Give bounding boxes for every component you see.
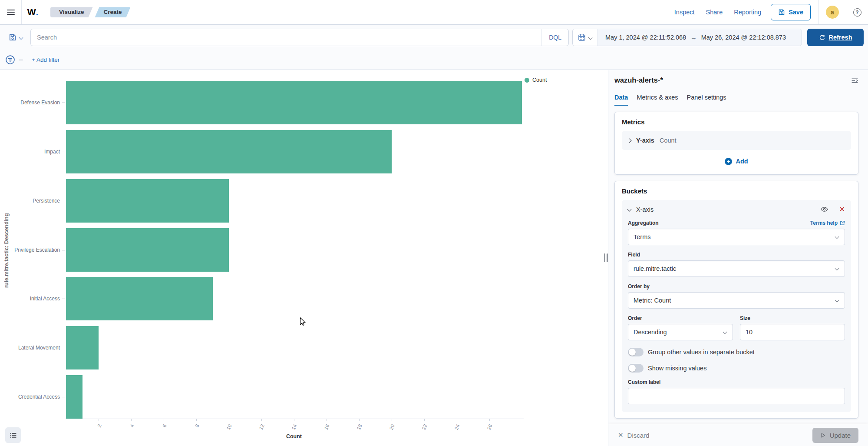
menu-button[interactable]	[0, 0, 22, 24]
y-axis-tick	[62, 152, 65, 152]
saved-query-icon	[9, 33, 17, 41]
legend-toggle-button[interactable]	[5, 427, 21, 443]
chevron-down-icon	[588, 35, 593, 40]
breadcrumb-visualize[interactable]: Visualize	[50, 7, 93, 17]
update-button[interactable]: Update	[812, 428, 858, 443]
x-axis-tick	[164, 419, 164, 421]
custom-label-input[interactable]	[634, 393, 839, 399]
avatar: a	[826, 6, 839, 19]
save-icon	[778, 9, 785, 16]
size-input[interactable]	[746, 329, 839, 336]
hamburger-icon	[7, 8, 15, 16]
legend-swatch	[525, 78, 529, 83]
add-metric-button[interactable]: + Add	[622, 154, 851, 168]
date-picker-group: May 1, 2024 @ 22:11:52.068 → May 26, 202…	[572, 29, 802, 46]
user-menu[interactable]: a	[818, 0, 846, 24]
date-start[interactable]: May 1, 2024 @ 22:11:52.068	[605, 34, 686, 41]
header-actions: Inspect Share Reporting	[674, 9, 761, 16]
terms-help-link[interactable]: Terms help	[810, 220, 845, 226]
date-end[interactable]: May 26, 2024 @ 22:12:08.873	[701, 34, 786, 41]
refresh-button-label: Refresh	[829, 34, 852, 41]
y-axis-tick	[62, 201, 65, 201]
buckets-heading: Buckets	[622, 187, 851, 195]
search-input[interactable]	[31, 29, 541, 46]
group-other-toggle[interactable]	[628, 348, 644, 356]
chevron-down-icon	[835, 298, 839, 303]
index-pattern-title: wazuh-alerts-*	[614, 76, 663, 84]
y-category-label: Impact	[0, 149, 60, 155]
share-link[interactable]: Share	[706, 9, 723, 16]
legend-label: Count	[532, 77, 547, 83]
tab-panel-settings[interactable]: Panel settings	[687, 94, 726, 106]
date-picker-button[interactable]	[573, 29, 597, 46]
x-axis-tick	[327, 419, 327, 421]
calendar-icon	[578, 33, 586, 41]
custom-label-label: Custom label	[628, 379, 660, 385]
reporting-link[interactable]: Reporting	[734, 9, 761, 16]
logo-text: W	[27, 7, 36, 17]
filter-bar: + Add filter	[0, 50, 868, 70]
show-missing-toggle-row: Show missing values	[628, 364, 845, 373]
dql-button[interactable]: DQL	[541, 29, 568, 46]
metric-axis-label: Y-axis	[636, 137, 654, 144]
remove-bucket-icon[interactable]: ✕	[839, 205, 845, 213]
resize-handle[interactable]	[604, 253, 608, 262]
legend-item-count[interactable]: Count	[525, 77, 547, 83]
y-category-label: Lateral Movement	[0, 345, 60, 351]
metrics-heading: Metrics	[622, 118, 851, 126]
breadcrumb: Visualize Create	[50, 7, 131, 17]
collapse-panel-button[interactable]	[851, 77, 858, 86]
group-other-label: Group other values in separate bucket	[648, 349, 755, 356]
bar-lateral-movement[interactable]	[66, 326, 99, 369]
filter-icon[interactable]	[5, 55, 15, 65]
y-axis-tick	[62, 397, 65, 397]
bar-defense-evasion[interactable]	[66, 81, 522, 124]
size-label: Size	[740, 315, 750, 321]
y-axis-tick	[62, 299, 65, 299]
bar-impact[interactable]	[66, 130, 392, 173]
show-missing-toggle[interactable]	[628, 364, 644, 373]
bar-initial-access[interactable]	[66, 277, 213, 320]
x-axis-line	[65, 419, 524, 419]
terms-help-label: Terms help	[810, 220, 838, 226]
field-value: rule.mitre.tactic	[634, 265, 676, 272]
plus-icon: +	[725, 158, 732, 165]
add-filter-button[interactable]: + Add filter	[32, 57, 59, 63]
breadcrumb-create: Create	[95, 7, 131, 17]
chevron-right-icon	[627, 138, 632, 143]
x-axis-tick	[359, 419, 360, 421]
group-other-toggle-row: Group other values in separate bucket	[628, 348, 845, 356]
metrics-card: Metrics Y-axis Count + Add	[614, 112, 858, 175]
discard-label: Discard	[627, 432, 650, 439]
bar-credential-access[interactable]	[66, 375, 83, 419]
metric-y-axis-row[interactable]: Y-axis Count	[622, 131, 851, 150]
order-label: Order	[628, 315, 642, 321]
menu-right-icon	[851, 77, 858, 84]
x-axis-tick	[457, 419, 457, 421]
help-button[interactable]: ?	[846, 0, 868, 24]
external-link-icon	[840, 220, 845, 226]
x-axis-tick	[131, 419, 132, 421]
save-button-label: Save	[789, 9, 803, 16]
saved-query-menu-button[interactable]	[4, 29, 27, 46]
bar-privilege-escalation[interactable]	[66, 228, 229, 272]
aggregation-select[interactable]: Terms	[628, 229, 845, 245]
inspect-link[interactable]: Inspect	[674, 9, 695, 16]
order-value: Descending	[634, 329, 667, 336]
bar-persistence[interactable]	[66, 179, 229, 223]
chevron-down-icon[interactable]	[627, 207, 632, 212]
order-by-select[interactable]: Metric: Count	[628, 292, 845, 309]
tab-data[interactable]: Data	[614, 94, 628, 106]
show-missing-label: Show missing values	[648, 365, 706, 372]
app-logo[interactable]: W.	[22, 0, 44, 24]
discard-button[interactable]: ✕ Discard	[618, 431, 649, 439]
save-button[interactable]: Save	[771, 4, 811, 20]
eye-icon[interactable]	[821, 206, 828, 213]
bucket-axis-label: X-axis	[636, 206, 653, 213]
size-field	[740, 324, 845, 340]
refresh-button[interactable]: Refresh	[807, 29, 864, 46]
order-select[interactable]: Descending	[628, 324, 733, 340]
tab-metrics-axes[interactable]: Metrics & axes	[637, 94, 678, 106]
query-bar: DQL May 1, 2024 @ 22:11:52.068 → May 26,…	[0, 25, 868, 50]
field-select[interactable]: rule.mitre.tactic	[628, 260, 845, 277]
